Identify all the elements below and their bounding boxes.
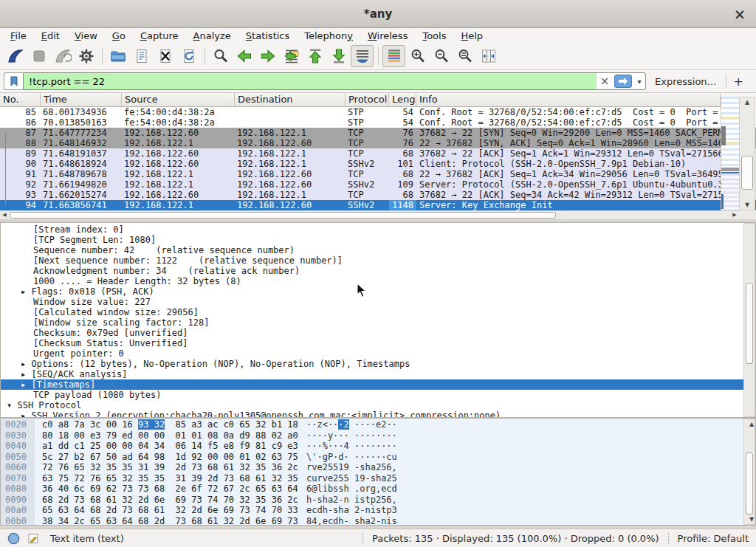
column-header-destination[interactable]: Destination <box>235 93 346 106</box>
hex-row[interactable]: 00b0 38 34 2c 65 63 64 68 2d 73 68 61 32… <box>1 516 755 526</box>
packet-list-hscrollbar[interactable]: ◀ ▶ <box>0 210 739 219</box>
scroll-up-arrow[interactable]: ▲ <box>740 97 755 107</box>
detail-tree-item[interactable]: ▸ Flags: 0x018 (PSH, ACK) <box>1 286 755 297</box>
expression-button[interactable]: Expression… <box>646 76 726 87</box>
start-capture-button[interactable] <box>4 45 27 67</box>
packet-row[interactable]: 94 71.663856741 192.168.122.1 192.168.12… <box>0 200 756 210</box>
detail-tree-item[interactable]: Acknowledgment number: 34 (relative ack … <box>1 266 755 276</box>
go-to-packet-button[interactable] <box>280 45 303 67</box>
column-header-time[interactable]: Time <box>41 93 122 106</box>
detail-tree-item[interactable]: TCP payload (1080 bytes) <box>1 390 755 400</box>
zoom-reset-button[interactable] <box>453 45 476 67</box>
go-last-button[interactable] <box>327 45 350 67</box>
packet-minimap[interactable] <box>721 97 739 210</box>
profile-status[interactable]: Profile: Default <box>678 533 749 544</box>
scroll-thumb[interactable] <box>10 212 556 219</box>
scroll-thumb[interactable] <box>746 453 753 515</box>
column-header-protocol[interactable]: Protocol <box>346 93 389 106</box>
hex-row[interactable]: 0020 c0 a8 7a 3c 00 16 93 32 85 a3 ac c0… <box>1 419 755 430</box>
menu-item[interactable]: Analyze <box>186 30 238 42</box>
packet-row[interactable]: 86 70.013850163 fe:54:00:d4:38:2a STP 54… <box>0 117 756 128</box>
packet-row[interactable]: 90 71.648618924 192.168.122.60 192.168.1… <box>0 159 756 169</box>
column-header-no[interactable]: No. <box>0 93 41 106</box>
detail-tree-item[interactable]: Urgent pointer: 0 <box>1 348 755 359</box>
column-header-length[interactable]: Length <box>389 93 416 106</box>
filter-clear-button[interactable]: × <box>597 75 613 88</box>
packet-row[interactable]: 89 71.648191037 192.168.122.60 192.168.1… <box>0 148 756 159</box>
filter-history-dropdown[interactable]: ▾ <box>633 78 645 86</box>
menu-item[interactable]: View <box>67 30 105 42</box>
hex-row[interactable]: 0070 63 75 72 76 65 32 35 35 31 39 2d 73… <box>1 473 755 484</box>
add-filter-button[interactable]: + <box>726 75 752 89</box>
detail-tree-item[interactable]: ▸ Options: (12 bytes), No-Operation (NOP… <box>1 359 755 369</box>
detail-tree-item[interactable]: [Window size scaling factor: 128] <box>1 317 755 328</box>
packet-row[interactable]: 91 71.648789678 192.168.122.1 192.168.12… <box>0 169 756 179</box>
hex-row[interactable]: 0060 72 76 65 32 35 35 31 39 2d 73 68 61… <box>1 462 755 473</box>
detail-tree-item[interactable]: [Checksum Status: Unverified] <box>1 338 755 348</box>
scroll-thumb[interactable] <box>746 283 753 364</box>
close-window-button[interactable]: × <box>729 4 750 24</box>
hex-row[interactable]: 0090 68 2d 73 68 61 32 2d 6e 69 73 74 70… <box>1 495 755 506</box>
hex-vscrollbar[interactable]: ▲ ▼ <box>743 419 755 525</box>
detail-tree-item[interactable]: Checksum: 0x79ed [unverified] <box>1 328 755 338</box>
packet-list-vscrollbar[interactable]: ▲ ▼ <box>739 97 755 210</box>
zoom-in-button[interactable] <box>406 45 429 67</box>
expert-info-icon[interactable] <box>7 532 20 545</box>
go-first-button[interactable] <box>303 45 326 67</box>
hex-row[interactable]: 0050 5c 27 b2 67 50 ad 64 98 1d 92 00 00… <box>1 452 755 463</box>
menu-item[interactable]: Statistics <box>238 30 297 42</box>
zoom-out-button[interactable] <box>430 45 453 67</box>
stop-capture-button[interactable] <box>27 45 50 67</box>
open-file-button[interactable] <box>106 45 129 67</box>
display-filter-input[interactable]: !tcp.port == 22 <box>24 73 597 89</box>
resize-columns-button[interactable] <box>477 45 500 67</box>
hex-row[interactable]: 0040 a1 dd c1 25 00 00 04 34 06 14 f5 e8… <box>1 441 755 452</box>
detail-vscrollbar[interactable] <box>743 223 755 417</box>
detail-tree-item[interactable]: [Calculated window size: 29056] <box>1 307 755 317</box>
detail-tree-item[interactable]: ▸ [SEQ/ACK analysis] <box>1 369 755 379</box>
capture-options-button[interactable] <box>75 45 97 67</box>
packet-row[interactable]: 88 71.648146932 192.168.122.1 192.168.12… <box>0 138 756 148</box>
go-back-button[interactable] <box>233 45 255 67</box>
hex-row[interactable]: 0080 36 40 6c 69 62 73 73 68 2e 6f 72 67… <box>1 484 755 495</box>
filter-bookmark-button[interactable] <box>4 72 23 90</box>
go-forward-button[interactable] <box>256 45 279 67</box>
auto-scroll-toggle[interactable] <box>351 45 374 67</box>
detail-tree-item[interactable]: ▸ [Timestamps] <box>1 379 755 390</box>
scroll-up-arrow[interactable]: ▲ <box>744 419 756 429</box>
detail-tree-item[interactable]: Sequence number: 42 (relative sequence n… <box>1 245 755 255</box>
detail-tree-item[interactable]: Window size value: 227 <box>1 297 755 307</box>
scroll-right-arrow[interactable]: ▶ <box>730 211 739 219</box>
detail-tree-item[interactable]: 1000 .... = Header Length: 32 bytes (8) <box>1 276 755 286</box>
filter-apply-button[interactable] <box>614 75 632 88</box>
menu-item[interactable]: Tools <box>415 30 453 42</box>
capture-comment-icon[interactable] <box>27 532 40 545</box>
packet-row[interactable]: 87 71.647777234 192.168.122.60 192.168.1… <box>0 128 756 138</box>
find-packet-button[interactable] <box>209 45 232 67</box>
hex-row[interactable]: 00a0 65 63 64 68 2d 73 68 61 32 2d 6e 69… <box>1 505 755 516</box>
packet-row[interactable]: 93 71.662015274 192.168.122.60 192.168.1… <box>0 190 756 200</box>
menu-item[interactable]: Telephony <box>297 30 360 42</box>
scroll-down-arrow[interactable]: ▼ <box>744 515 756 524</box>
menu-item[interactable]: Help <box>453 30 490 42</box>
detail-tree-item[interactable]: [Stream index: 0] <box>1 224 755 235</box>
hex-row[interactable]: 0030 80 18 00 e3 79 ed 00 00 01 01 08 0a… <box>1 430 755 441</box>
menu-item[interactable]: Wireless <box>360 30 415 42</box>
scroll-left-arrow[interactable]: ◀ <box>0 211 9 219</box>
detail-tree-item[interactable]: ▸ SSH Version 2 (encryption:chacha20-pol… <box>1 410 755 418</box>
detail-tree-item[interactable]: ▾ SSH Protocol <box>1 400 755 410</box>
save-file-button[interactable] <box>130 45 153 67</box>
reload-file-button[interactable] <box>177 45 200 67</box>
detail-tree-item[interactable]: [TCP Segment Len: 1080] <box>1 235 755 245</box>
scroll-thumb[interactable] <box>741 156 753 190</box>
packet-row[interactable]: 92 71.661949820 192.168.122.1 192.168.12… <box>0 179 756 190</box>
menu-item[interactable]: Go <box>105 30 133 42</box>
menu-item[interactable]: Capture <box>133 30 186 42</box>
restart-capture-button[interactable] <box>51 45 74 67</box>
scroll-down-arrow[interactable]: ▼ <box>740 200 755 210</box>
menu-item[interactable]: Edit <box>34 30 67 42</box>
close-file-button[interactable] <box>154 45 176 67</box>
column-header-source[interactable]: Source <box>122 93 235 106</box>
colorize-toggle[interactable] <box>382 45 405 67</box>
menu-item[interactable]: File <box>3 30 34 42</box>
